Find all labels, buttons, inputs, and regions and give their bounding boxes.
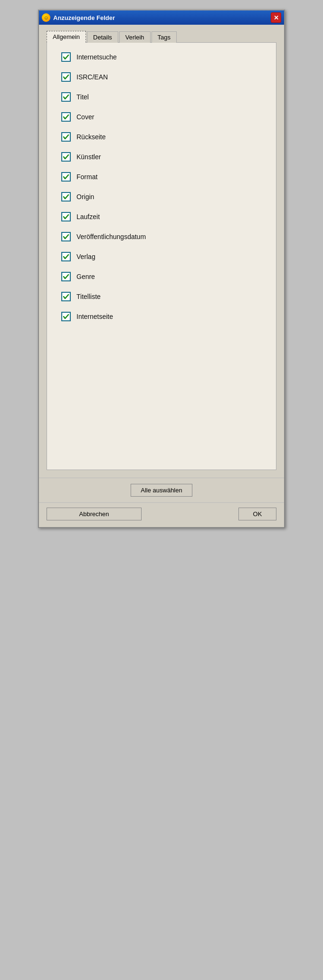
checkbox-verlag[interactable] bbox=[61, 252, 71, 261]
label-format: Format bbox=[76, 173, 97, 181]
checkbox-veroffentlichungsdatum[interactable] bbox=[61, 232, 71, 241]
window-body: Allgemein Details Verleih Tags Internets… bbox=[39, 25, 284, 478]
label-kunstler: Künstler bbox=[76, 153, 101, 161]
tabs-bar: Allgemein Details Verleih Tags bbox=[47, 30, 276, 42]
checkbox-internetseite[interactable] bbox=[61, 312, 71, 321]
list-item: Titelliste bbox=[61, 292, 262, 301]
checkbox-titelliste[interactable] bbox=[61, 292, 71, 301]
title-bar: ☺ Anzuzeigende Felder ✕ bbox=[39, 10, 284, 25]
checkbox-isrc[interactable] bbox=[61, 72, 71, 82]
label-isrc: ISRC/EAN bbox=[76, 73, 108, 81]
select-all-button[interactable]: Alle auswählen bbox=[131, 484, 192, 497]
tab-tags[interactable]: Tags bbox=[152, 31, 177, 43]
bottom-buttons: Abbrechen OK bbox=[39, 502, 284, 527]
list-item: Verlag bbox=[61, 252, 262, 261]
list-item: Titel bbox=[61, 92, 262, 102]
checkbox-internetsuche[interactable] bbox=[61, 52, 71, 62]
actions-section: Alle auswählen bbox=[39, 478, 284, 502]
list-item: ISRC/EAN bbox=[61, 72, 262, 82]
label-internetseite: Internetseite bbox=[76, 313, 113, 320]
checkbox-genre[interactable] bbox=[61, 272, 71, 281]
label-cover: Cover bbox=[76, 113, 94, 121]
window-title: Anzuzeigende Felder bbox=[53, 14, 115, 21]
label-ruckseite: Rückseite bbox=[76, 133, 105, 141]
list-item: Format bbox=[61, 172, 262, 182]
list-item: Internetseite bbox=[61, 312, 262, 321]
window-icon: ☺ bbox=[42, 13, 50, 22]
list-item: Internetsuche bbox=[61, 52, 262, 62]
ok-button[interactable]: OK bbox=[238, 508, 276, 520]
list-item: Genre bbox=[61, 272, 262, 281]
dialog-window: ☺ Anzuzeigende Felder ✕ Allgemein Detail… bbox=[38, 10, 285, 528]
list-item: Veröffentlichungsdatum bbox=[61, 232, 262, 241]
list-item: Cover bbox=[61, 112, 262, 122]
label-internetsuche: Internetsuche bbox=[76, 53, 117, 61]
label-laufzeit: Laufzeit bbox=[76, 213, 100, 221]
checkbox-laufzeit[interactable] bbox=[61, 212, 71, 221]
checkbox-origin[interactable] bbox=[61, 192, 71, 202]
list-item: Künstler bbox=[61, 152, 262, 162]
checkbox-format[interactable] bbox=[61, 172, 71, 182]
checkbox-kunstler[interactable] bbox=[61, 152, 71, 162]
checkbox-titel[interactable] bbox=[61, 92, 71, 102]
label-titelliste: Titelliste bbox=[76, 293, 101, 300]
close-button[interactable]: ✕ bbox=[271, 12, 281, 23]
list-item: Laufzeit bbox=[61, 212, 262, 221]
list-item: Origin bbox=[61, 192, 262, 202]
label-genre: Genre bbox=[76, 273, 95, 280]
label-veroffentlichungsdatum: Veröffentlichungsdatum bbox=[76, 233, 146, 240]
checkbox-ruckseite[interactable] bbox=[61, 132, 71, 142]
cancel-button[interactable]: Abbrechen bbox=[47, 508, 142, 520]
checkbox-cover[interactable] bbox=[61, 112, 71, 122]
label-verlag: Verlag bbox=[76, 253, 95, 260]
list-item: Rückseite bbox=[61, 132, 262, 142]
title-bar-left: ☺ Anzuzeigende Felder bbox=[42, 13, 115, 22]
label-titel: Titel bbox=[76, 93, 89, 101]
tab-verleih[interactable]: Verleih bbox=[119, 31, 151, 43]
tab-allgemein[interactable]: Allgemein bbox=[47, 31, 86, 43]
label-origin: Origin bbox=[76, 193, 94, 201]
tab-content-allgemein: Internetsuche ISRC/EAN Titel bbox=[47, 42, 276, 470]
tab-details[interactable]: Details bbox=[87, 31, 118, 43]
